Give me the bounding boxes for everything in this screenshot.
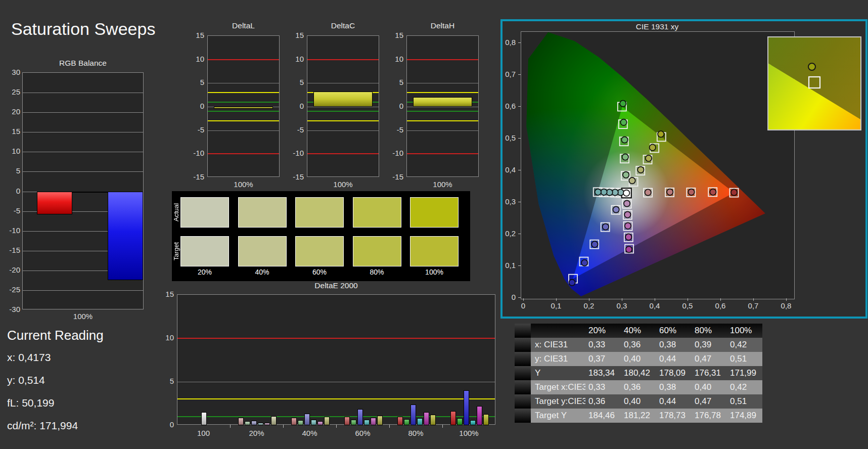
deltac-title: DeltaC <box>307 21 379 30</box>
swatch-actual-60% <box>295 197 344 228</box>
cie-y-tick-mark <box>518 106 521 107</box>
table-header-cell: 20% <box>585 324 621 338</box>
table-value-cell: 181,22 <box>621 409 656 423</box>
measurement-table: 20%40%60%80%100%x: CIE310,330,360,380,39… <box>515 324 762 423</box>
gridline <box>23 171 143 172</box>
deltah-chart[interactable] <box>406 35 479 177</box>
table-value-cell: 0,47 <box>692 394 727 409</box>
table-chip-cell <box>515 380 531 394</box>
deltal-y-tick: 10 <box>184 55 204 63</box>
table-value-cell: 178,09 <box>656 366 692 380</box>
deltal-y-tick: -5 <box>184 125 204 134</box>
swatch-actual-100% <box>410 197 459 228</box>
deltae-bar <box>483 414 489 425</box>
table-value-cell: 0,36 <box>585 394 621 409</box>
inset-measured-marker <box>808 63 815 70</box>
rgb-balance-title: RGB Balance <box>22 59 144 68</box>
deltae-axis-tick <box>336 425 337 428</box>
limit-line <box>407 120 478 121</box>
rgb-balance-chart[interactable] <box>22 72 144 309</box>
deltac-y-tick: 0 <box>284 102 304 110</box>
cie-measured-yellow <box>658 131 664 137</box>
table-row-label: x: CIE31 <box>531 338 585 352</box>
cie-x-tick: 0,8 <box>776 301 796 310</box>
swatch-target-60% <box>295 236 344 266</box>
deltae-axis-tick <box>283 425 284 428</box>
table-chip-cell <box>515 352 531 366</box>
deltac-x-label: 100% <box>307 180 379 189</box>
table-value-cell: 0,42 <box>727 380 762 394</box>
table-value-cell: 0,37 <box>585 352 621 366</box>
cie-x-tick: 0,3 <box>612 301 632 310</box>
cie-measured-red <box>731 189 737 195</box>
cie-y-tick-mark <box>518 234 521 234</box>
limit-line <box>208 102 279 103</box>
cie-x-tick-mark <box>720 298 721 301</box>
deltal-y-tick: 15 <box>184 31 204 39</box>
cie-measured-magenta <box>625 222 631 229</box>
table-value-cell: 0,51 <box>727 352 762 366</box>
deltae-bar <box>464 390 469 425</box>
reading-y: y: 0,514 <box>7 374 45 386</box>
swatch-actual-40% <box>238 197 287 228</box>
cie-diagram[interactable] <box>521 31 795 299</box>
gridline <box>307 130 379 131</box>
cie-x-tick: 0,5 <box>677 301 698 310</box>
reading-x: x: 0,4173 <box>7 351 51 364</box>
deltae-bar <box>470 420 476 425</box>
cie-y-tick: 0,2 <box>496 229 516 238</box>
swatch-actual-80% <box>353 197 401 228</box>
limit-line <box>407 111 478 112</box>
rgb-bar-blue <box>108 192 143 281</box>
gridline <box>407 130 478 131</box>
cie-measured-green <box>620 119 626 125</box>
cie-y-tick: 0,7 <box>496 70 516 78</box>
deltal-chart[interactable] <box>207 35 280 177</box>
table-header-cell: 40% <box>621 324 656 338</box>
table-header-cell: 100% <box>727 324 762 338</box>
table-header-cell: 60% <box>656 324 692 338</box>
deltae-bar <box>404 419 409 425</box>
deltae-bar <box>477 406 482 425</box>
deltae-bar <box>344 417 350 425</box>
deltal-y-tick: -10 <box>184 149 204 157</box>
table-row-label: Target Y <box>531 409 585 423</box>
deltae-bar <box>450 411 456 425</box>
rgb-y-tick: -25 <box>0 285 20 294</box>
table-value-cell: 184,46 <box>585 409 621 423</box>
rgb-y-tick: 5 <box>0 166 20 175</box>
table-chip-cell <box>515 394 531 409</box>
deltae-bar <box>317 421 323 425</box>
table-value-cell: 0,44 <box>656 352 692 366</box>
cie-x-tick: 0,6 <box>710 301 730 310</box>
deltae-bar <box>424 412 429 425</box>
table-value-cell: 0,51 <box>727 394 762 409</box>
deltae-chart[interactable] <box>177 294 495 425</box>
rgb-y-tick: -15 <box>0 246 20 254</box>
table-value-cell: 0,47 <box>692 352 727 366</box>
deltae-x-label: 40% <box>283 429 336 437</box>
limit-line <box>177 416 495 417</box>
cie-y-tick: 0 <box>496 293 516 301</box>
cie-measured-magenta <box>625 234 631 240</box>
cie-x-tick: 0,7 <box>743 301 763 310</box>
rgb-y-tick: -5 <box>0 206 20 215</box>
deltac-y-tick: 5 <box>284 78 304 86</box>
deltae-axis-tick <box>230 425 231 428</box>
limit-line <box>208 120 279 121</box>
deltae-bar <box>457 418 463 425</box>
cie-y-tick-mark <box>518 202 521 202</box>
cie-y-tick-mark <box>518 265 521 266</box>
deltac-chart[interactable] <box>307 35 379 177</box>
reading-fL: fL: 50,199 <box>7 397 54 409</box>
deltah-y-tick: 15 <box>383 31 403 39</box>
deltae-bar <box>271 416 277 425</box>
deltac-bar <box>313 92 373 107</box>
table-header-cell <box>531 324 585 338</box>
limit-line <box>307 120 379 121</box>
table-value-cell: 0,36 <box>621 380 656 394</box>
deltae-bar <box>430 415 436 426</box>
cie-y-tick: 0,8 <box>496 38 516 47</box>
limit-line <box>208 59 279 60</box>
page-title: Saturation Sweeps <box>11 19 155 39</box>
